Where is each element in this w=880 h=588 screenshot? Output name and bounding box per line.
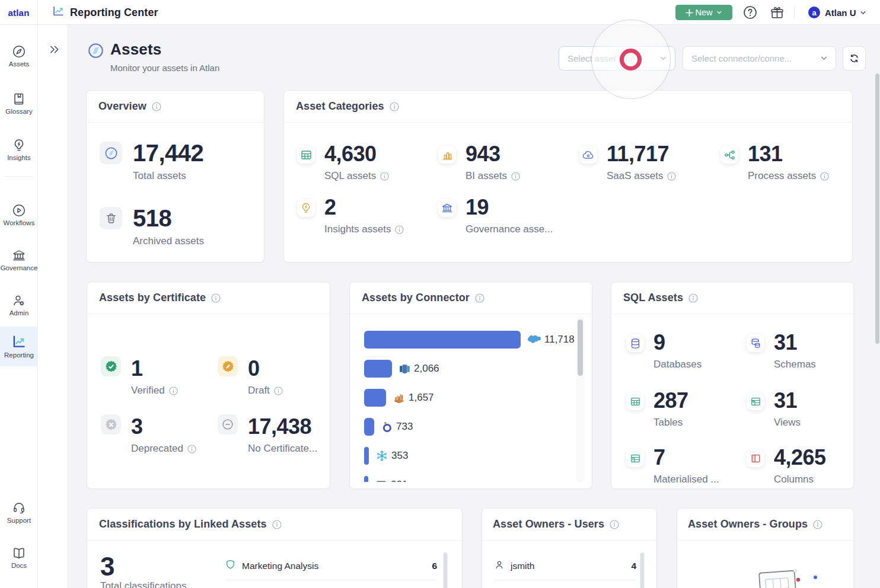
user-avatar: a (808, 7, 820, 18)
scrollbar-thumb[interactable] (444, 553, 447, 588)
sidebar-item-glossary[interactable]: Glossary (0, 87, 38, 120)
info-icon[interactable] (395, 225, 404, 234)
connector-bar-row[interactable]: 1,657 (364, 389, 575, 407)
asset-type-select[interactable]: Select asset type (559, 46, 675, 71)
connector-bar-row[interactable]: 2,066 (364, 360, 575, 378)
card-title: SQL Assets (623, 292, 683, 304)
sidebar-item-reporting[interactable]: Reporting (0, 327, 38, 366)
info-icon[interactable] (272, 520, 282, 529)
card-scrollbar[interactable] (640, 552, 645, 588)
connector-bar-row[interactable]: 353 (364, 447, 575, 465)
owner-user-row[interactable]: jsmith 4 (494, 552, 636, 580)
info-icon[interactable] (390, 102, 399, 111)
stat-label: Materialised ... (653, 474, 719, 485)
stat-label-text: Deprecated (131, 443, 183, 455)
powerbi-icon (375, 480, 387, 482)
stat-label: Governance asse... (465, 223, 553, 235)
connector-bar-row[interactable]: 733 (364, 418, 575, 436)
trash-icon (100, 207, 122, 229)
expand-panel-button[interactable] (47, 43, 60, 56)
stat-value: 31 (774, 332, 816, 353)
atlan-logo[interactable]: atlan (0, 0, 38, 25)
lightbulb-bolt-icon (12, 138, 26, 152)
stat-value: 4,265 (774, 447, 826, 468)
info-icon[interactable] (187, 445, 196, 453)
classifications-card: Classifications by Linked Assets 3 Total… (87, 508, 463, 588)
sidebar-item-support[interactable]: Support (0, 496, 38, 529)
new-button[interactable]: New (675, 5, 732, 20)
stat-label: Deprecated (131, 443, 196, 455)
classification-row[interactable]: Marketing Analysis 6 (225, 552, 437, 580)
bar-value: 321 (391, 479, 407, 482)
stat-value: 131 (748, 143, 829, 165)
gift-icon (770, 5, 785, 20)
stat-text: 4,265 Columns (774, 447, 826, 485)
info-icon[interactable] (211, 293, 221, 303)
headset-icon (12, 501, 26, 515)
process-assets-stat: 131 Process assets (720, 143, 829, 182)
card-scrollbar[interactable] (576, 316, 584, 482)
stat-label-text: Draft (248, 385, 270, 397)
classification-list: Marketing Analysis 6 (225, 552, 437, 580)
open-book-icon (12, 546, 26, 560)
stat-text: 131 Process assets (748, 143, 829, 182)
refresh-button[interactable] (843, 46, 866, 71)
connector-select[interactable]: Select connector/conne... (683, 46, 836, 71)
insights-assets-stat: 2 Insights assets (297, 197, 404, 235)
info-icon[interactable] (610, 520, 619, 529)
sidebar-item-governance[interactable]: Governance (0, 243, 38, 276)
stat-text: 11,717 SaaS assets (607, 143, 676, 182)
info-icon[interactable] (475, 293, 484, 303)
stat-value: 19 (465, 197, 553, 218)
compass-icon (100, 142, 122, 164)
card-header: Asset Owners - Users (482, 509, 656, 541)
user-menu[interactable]: a Atlan U (808, 0, 866, 25)
card-header: Classifications by Linked Assets (87, 509, 462, 541)
stat-value: 2 (324, 197, 404, 218)
table-icon (626, 392, 644, 410)
card-header: Assets by Certificate (87, 282, 330, 314)
connector-bar-row[interactable]: 11,718 (364, 331, 575, 349)
plus-icon (685, 9, 693, 17)
no-certificate-stat: 17,438 No Certificate... (218, 416, 317, 455)
stat-label-text: Process assets (748, 170, 816, 182)
info-icon[interactable] (511, 172, 520, 181)
scrollbar-thumb[interactable] (578, 319, 583, 376)
sidebar-item-workflows[interactable]: Workflows (0, 198, 38, 231)
sidebar-item-docs[interactable]: Docs (0, 541, 38, 574)
card-header: Asset Owners - Groups (677, 509, 853, 541)
stat-text: 1 Verified (131, 358, 178, 397)
stat-label-text: Verified (131, 385, 165, 397)
stat-label: Columns (774, 474, 826, 485)
sidebar-item-admin[interactable]: Admin (0, 288, 38, 321)
owner-user-count: 4 (631, 561, 636, 571)
play-circle-icon (12, 203, 26, 218)
connector-bar-row[interactable]: 321 (364, 476, 575, 482)
stat-text: 17,442 Total assets (133, 141, 203, 182)
stat-value: 287 (653, 390, 688, 411)
info-icon[interactable] (688, 293, 698, 303)
stat-label: Total assets (133, 170, 203, 182)
scrollbar-thumb[interactable] (640, 553, 644, 588)
card-header: SQL Assets (611, 282, 853, 314)
help-button[interactable] (742, 5, 758, 20)
card-scrollbar[interactable] (443, 552, 448, 588)
card-header: Overview (87, 91, 264, 123)
info-icon[interactable] (274, 386, 283, 395)
info-icon[interactable] (813, 520, 822, 529)
select-placeholder: Select asset type (567, 53, 635, 63)
info-icon[interactable] (152, 102, 161, 111)
page-scrollbar[interactable] (875, 74, 879, 344)
topbar: atlan Reporting Center New (0, 0, 880, 25)
info-icon[interactable] (667, 172, 676, 181)
gift-button[interactable] (769, 5, 785, 20)
sidebar-item-insights[interactable]: Insights (0, 133, 38, 166)
stat-text: 2 Insights assets (324, 197, 404, 235)
bar-tableau (364, 360, 392, 378)
sidebar-item-assets[interactable]: Assets (0, 39, 38, 72)
info-icon[interactable] (380, 172, 389, 181)
asset-categories-card: Asset Categories 4,630 SQL assets (283, 90, 853, 263)
info-icon[interactable] (169, 386, 178, 395)
info-icon[interactable] (820, 172, 829, 181)
schemas-stat: 31 Schemas (747, 332, 816, 370)
